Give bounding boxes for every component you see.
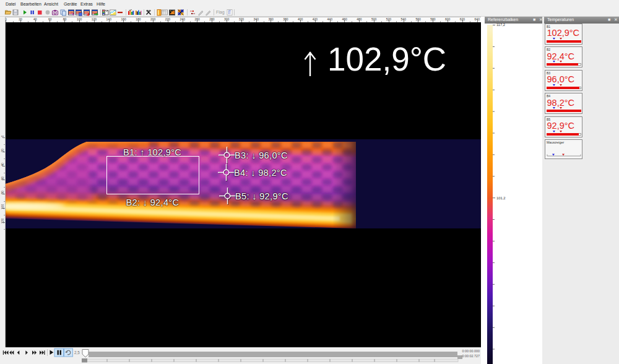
svg-text:0:00:02.727: 0:00:02.727: [462, 354, 480, 358]
svg-text:0:00:00.000: 0:00:00.000: [462, 349, 480, 353]
svg-text:2,5: 2,5: [74, 350, 80, 355]
svg-text:CSV: CSV: [162, 10, 165, 12]
